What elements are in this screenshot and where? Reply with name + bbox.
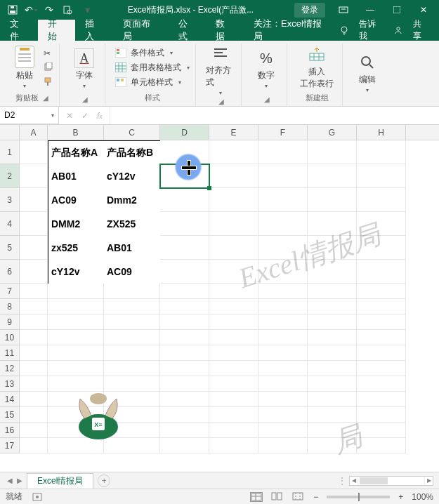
row-header[interactable]: 8 xyxy=(0,299,20,314)
horizontal-scrollbar[interactable]: ◀ ▶ xyxy=(349,476,433,486)
editing-button[interactable]: 编辑 ▾ xyxy=(353,53,382,93)
cell[interactable] xyxy=(48,361,104,376)
cell[interactable] xyxy=(258,361,308,376)
tab-home[interactable]: 开始 xyxy=(38,20,76,41)
row-header[interactable]: 10 xyxy=(0,330,20,345)
cell[interactable] xyxy=(104,423,160,438)
cell[interactable]: AB01 xyxy=(48,164,104,188)
save-icon[interactable] xyxy=(7,4,18,15)
cell[interactable] xyxy=(48,299,104,314)
cell[interactable] xyxy=(308,438,357,453)
row-header[interactable]: 17 xyxy=(0,438,20,453)
cell[interactable] xyxy=(160,188,209,212)
cell[interactable] xyxy=(160,345,209,361)
tell-me[interactable]: 告诉我 xyxy=(359,18,384,42)
cell[interactable] xyxy=(20,438,48,453)
login-button[interactable]: 登录 xyxy=(294,3,325,18)
cell[interactable] xyxy=(20,361,48,376)
cell[interactable]: ZX525 xyxy=(104,212,160,236)
print-preview-icon[interactable] xyxy=(62,4,73,15)
cell[interactable] xyxy=(308,212,357,236)
cell[interactable] xyxy=(308,140,357,164)
cell[interactable] xyxy=(308,361,357,376)
cell[interactable] xyxy=(209,345,258,361)
tab-nav-next-icon[interactable]: ▶ xyxy=(17,477,22,484)
cut-icon[interactable]: ✂ xyxy=(44,48,53,58)
cell[interactable] xyxy=(104,314,160,330)
cell[interactable] xyxy=(209,260,258,284)
cell[interactable] xyxy=(160,392,209,407)
row-header[interactable]: 16 xyxy=(0,423,20,438)
cancel-formula-icon[interactable]: ✕ xyxy=(66,111,73,121)
page-break-view-icon[interactable] xyxy=(292,492,305,502)
row-header[interactable]: 2 xyxy=(0,164,20,188)
cell[interactable] xyxy=(258,407,308,423)
cell[interactable] xyxy=(258,188,308,212)
ribbon-options-icon[interactable] xyxy=(331,0,356,20)
cell[interactable]: 产品名称A xyxy=(48,140,104,164)
alignment-button[interactable]: 对齐方式 ▾ xyxy=(206,44,235,96)
copy-icon[interactable] xyxy=(44,62,53,72)
cell[interactable] xyxy=(104,392,160,407)
cell[interactable] xyxy=(20,260,48,284)
conditional-format-button[interactable]: 条件格式▾ xyxy=(115,47,190,59)
row-header[interactable]: 14 xyxy=(0,392,20,407)
cell[interactable] xyxy=(20,423,48,438)
cell[interactable] xyxy=(308,188,357,212)
cell[interactable] xyxy=(357,140,406,164)
col-header[interactable]: H xyxy=(357,125,406,140)
cell[interactable] xyxy=(258,284,308,299)
dialog-launcher-icon[interactable]: ◢ xyxy=(82,95,88,103)
cell[interactable] xyxy=(209,236,258,260)
cell[interactable] xyxy=(308,260,357,284)
cell[interactable] xyxy=(20,284,48,299)
cell[interactable] xyxy=(48,392,104,407)
qat-customize-icon[interactable]: ▾ xyxy=(81,4,93,15)
cell[interactable] xyxy=(308,407,357,423)
cell[interactable] xyxy=(48,407,104,423)
cell[interactable] xyxy=(104,284,160,299)
cell[interactable] xyxy=(209,140,258,164)
cell[interactable] xyxy=(357,260,406,284)
cell[interactable] xyxy=(357,212,406,236)
cell[interactable] xyxy=(20,330,48,345)
select-all-corner[interactable] xyxy=(0,125,20,140)
name-box[interactable]: D2▾ xyxy=(0,107,59,124)
cell[interactable] xyxy=(104,330,160,345)
cell[interactable] xyxy=(357,423,406,438)
cell[interactable] xyxy=(48,330,104,345)
row-header[interactable]: 7 xyxy=(0,284,20,299)
cell[interactable] xyxy=(20,236,48,260)
fx-icon[interactable]: fx xyxy=(97,111,103,121)
cell-styles-button[interactable]: 单元格样式▾ xyxy=(115,77,190,88)
tab-file[interactable]: 文件 xyxy=(0,20,38,41)
col-header[interactable]: D xyxy=(160,125,209,140)
cell[interactable] xyxy=(357,392,406,407)
cell[interactable] xyxy=(258,392,308,407)
tab-attention[interactable]: 关注：Excel情报局 xyxy=(244,20,339,41)
cell[interactable] xyxy=(258,212,308,236)
cell[interactable] xyxy=(357,438,406,453)
cell[interactable] xyxy=(258,140,308,164)
cell[interactable] xyxy=(20,188,48,212)
cell[interactable] xyxy=(160,407,209,423)
cell[interactable] xyxy=(160,299,209,314)
share-icon[interactable] xyxy=(393,25,403,35)
cell[interactable] xyxy=(258,164,308,188)
cell[interactable] xyxy=(20,392,48,407)
cell[interactable] xyxy=(308,314,357,330)
sheet-tab[interactable]: Excel情报局 xyxy=(27,473,93,489)
cell[interactable] xyxy=(20,299,48,314)
col-header[interactable]: E xyxy=(209,125,258,140)
cell[interactable] xyxy=(357,188,406,212)
cell[interactable] xyxy=(104,438,160,453)
cell[interactable] xyxy=(20,164,48,188)
cell[interactable] xyxy=(48,423,104,438)
cell[interactable] xyxy=(160,236,209,260)
row-header[interactable]: 12 xyxy=(0,361,20,376)
col-header[interactable]: A xyxy=(20,125,48,140)
dialog-launcher-icon[interactable]: ◢ xyxy=(218,98,224,105)
cell[interactable] xyxy=(160,423,209,438)
cell[interactable] xyxy=(209,164,258,188)
col-header[interactable]: C xyxy=(104,125,160,140)
